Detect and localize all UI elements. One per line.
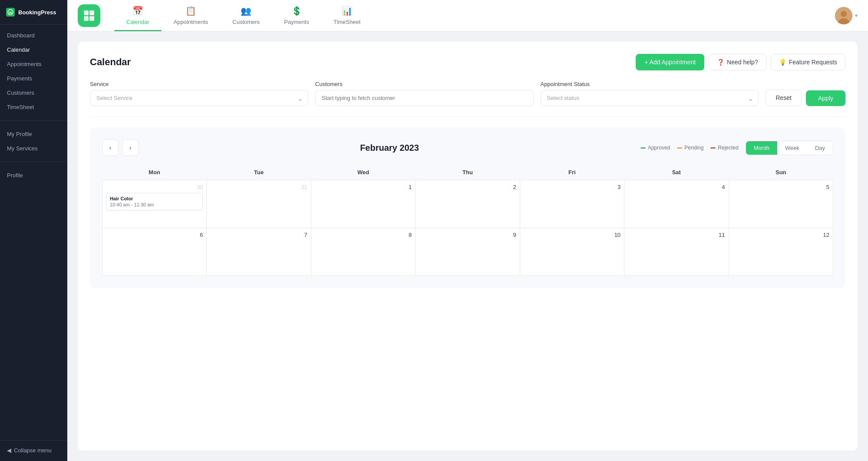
calendar-event[interactable]: Hair Color10:40 am - 11:30 am	[106, 193, 203, 210]
service-select[interactable]: Select Service	[90, 90, 308, 106]
day-number: 10	[524, 232, 620, 238]
sidebar-collapse-btn[interactable]: ◀ Collapse menu	[0, 443, 67, 458]
calendar-day[interactable]: 5	[729, 180, 833, 228]
col-tue: Tue	[207, 165, 311, 180]
day-number: 8	[315, 232, 412, 238]
main-area: 📅 Calendar 📋 Appointments 👥 Customers 💲 …	[67, 0, 868, 461]
tab-label: Customers	[232, 19, 260, 25]
sidebar-item-timesheet[interactable]: TimeSheet	[0, 100, 67, 114]
content-area: Calendar + Add Appointment ❓ Need help? …	[67, 31, 868, 461]
calendar-day[interactable]: 30Hair Color10:40 am - 11:30 am	[102, 180, 207, 228]
sidebar-item-profile[interactable]: Profile	[0, 168, 67, 182]
tab-label: Calendar	[126, 19, 149, 25]
status-filter: Appointment Status Select status	[541, 81, 759, 106]
calendar-widget: ‹ › February 2023 Approved Pending	[90, 127, 845, 288]
calendar-day[interactable]: 8	[311, 228, 415, 276]
app-logo[interactable]	[78, 4, 100, 27]
calendar-day[interactable]: 12	[729, 228, 833, 276]
calendar-page: Calendar + Add Appointment ❓ Need help? …	[78, 42, 858, 451]
calendar-day[interactable]: 6	[102, 228, 207, 276]
page-actions: + Add Appointment ❓ Need help? 💡 Feature…	[636, 54, 845, 70]
month-view-button[interactable]: Month	[746, 141, 777, 155]
calendar-day[interactable]: 31	[207, 180, 311, 228]
calendar-day[interactable]: 1	[311, 180, 415, 228]
calendar-week-0: 30Hair Color10:40 am - 11:30 am3112345	[102, 180, 833, 228]
day-number: 12	[733, 232, 829, 238]
legend-approved: Approved	[640, 145, 670, 151]
tab-label: TimeSheet	[333, 19, 360, 25]
service-select-wrapper: Select Service	[90, 90, 308, 106]
topnav-tabs: 📅 Calendar 📋 Appointments 👥 Customers 💲 …	[114, 0, 835, 31]
next-month-button[interactable]: ›	[122, 139, 139, 156]
pending-label: Pending	[684, 145, 703, 151]
tab-payments[interactable]: 💲 Payments	[272, 0, 321, 31]
calendar-header: Mon Tue Wed Thu Fri Sat Sun	[102, 165, 833, 180]
day-number: 4	[628, 184, 725, 190]
svg-rect-5	[89, 16, 94, 21]
wp-icon: W	[6, 8, 15, 17]
calendar-day[interactable]: 2	[416, 180, 520, 228]
calendar-month-title: February 2023	[139, 143, 640, 153]
sidebar-item-my-services[interactable]: My Services	[0, 141, 67, 156]
calendar-view-buttons: Month Week Day	[746, 141, 833, 155]
tab-customers[interactable]: 👥 Customers	[220, 0, 272, 31]
col-thu: Thu	[416, 165, 520, 180]
event-time: 10:40 am - 11:30 am	[110, 202, 199, 207]
sidebar-item-my-profile[interactable]: My Profile	[0, 127, 67, 141]
day-number: 30	[106, 184, 203, 190]
sidebar-item-label: Dashboard	[7, 32, 35, 39]
col-fri: Fri	[520, 165, 624, 180]
sidebar-item-calendar[interactable]: Calendar	[0, 43, 67, 57]
sidebar-item-payments[interactable]: Payments	[0, 71, 67, 86]
sidebar-nav: Dashboard Calendar Appointments Payments…	[0, 25, 67, 118]
tab-timesheet[interactable]: 📊 TimeSheet	[321, 0, 373, 31]
day-view-button[interactable]: Day	[807, 141, 833, 155]
page-title: Calendar	[90, 56, 131, 68]
sidebar-item-label: Appointments	[7, 61, 42, 67]
sidebar-logo[interactable]: W BookingPress	[0, 0, 67, 25]
reset-button[interactable]: Reset	[766, 90, 802, 106]
feature-requests-button[interactable]: 💡 Feature Requests	[771, 54, 845, 70]
status-select-wrapper: Select status	[541, 90, 759, 106]
pending-dot	[677, 147, 682, 149]
collapse-icon: ◀	[7, 447, 11, 454]
day-number: 7	[210, 232, 307, 238]
calendar-day[interactable]: 9	[416, 228, 520, 276]
event-title: Hair Color	[110, 196, 199, 201]
user-avatar	[835, 7, 852, 24]
add-appointment-button[interactable]: + Add Appointment	[636, 54, 704, 70]
status-select[interactable]: Select status	[541, 90, 759, 106]
sidebar-item-appointments[interactable]: Appointments	[0, 57, 67, 71]
calendar-day[interactable]: 7	[207, 228, 311, 276]
apply-button[interactable]: Apply	[806, 90, 845, 106]
rejected-dot	[710, 147, 716, 149]
sidebar-bottom: ◀ Collapse menu	[0, 434, 67, 461]
need-help-button[interactable]: ❓ Need help?	[709, 54, 766, 70]
col-sun: Sun	[729, 165, 833, 180]
need-help-label: Need help?	[727, 59, 758, 66]
tab-appointments[interactable]: 📋 Appointments	[162, 0, 221, 31]
user-avatar-btn[interactable]: ▾	[835, 7, 858, 24]
day-number: 9	[419, 232, 516, 238]
prev-month-button[interactable]: ‹	[102, 139, 119, 156]
service-filter: Service Select Service	[90, 81, 308, 106]
calendar-week-1: 6789101112	[102, 228, 833, 276]
feature-requests-label: Feature Requests	[789, 59, 837, 66]
sidebar-item-customers[interactable]: Customers	[0, 86, 67, 100]
calendar-day[interactable]: 10	[520, 228, 624, 276]
calendar-day[interactable]: 3	[520, 180, 624, 228]
approved-dot	[640, 147, 646, 149]
tab-calendar[interactable]: 📅 Calendar	[114, 0, 162, 31]
filters-section: Service Select Service Customers Appoint…	[90, 81, 845, 117]
calendar-day[interactable]: 11	[624, 228, 729, 276]
sidebar-item-dashboard[interactable]: Dashboard	[0, 28, 67, 43]
calendar-legend: Approved Pending Rejected	[640, 145, 739, 151]
svg-rect-3	[89, 10, 94, 15]
svg-text:W: W	[9, 11, 12, 15]
col-wed: Wed	[311, 165, 415, 180]
week-view-button[interactable]: Week	[777, 141, 807, 155]
chevron-down-icon: ▾	[855, 13, 858, 19]
calendar-day[interactable]: 4	[624, 180, 729, 228]
timesheet-icon: 📊	[342, 6, 353, 16]
customer-search-input[interactable]	[315, 90, 534, 106]
